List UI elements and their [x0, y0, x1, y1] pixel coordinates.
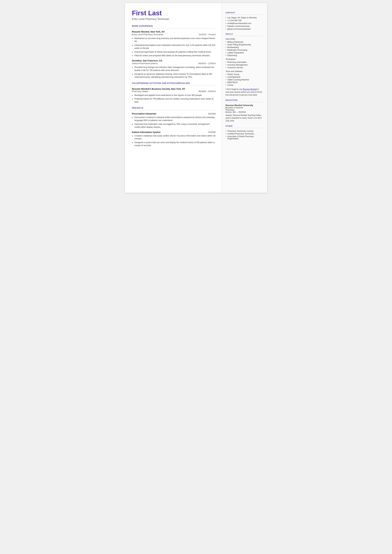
tools-label: Tools and Software: — [226, 70, 263, 72]
other-item-3: Associate of Global Pharmacy Organizatio… — [226, 135, 263, 140]
contact-linkedin: linkedin.com/in/username — [226, 25, 263, 27]
job-2-bullet-2: Designed an electronic database tracking… — [132, 73, 216, 79]
job-1-header: Resume Worded, New York, NY — [132, 30, 216, 33]
job-2: Growthsi, San Francisco, CA Clinical Pha… — [132, 59, 216, 78]
volunteering-divider — [132, 85, 216, 85]
tool-3: Tablet Counting Machine — [226, 79, 263, 81]
project-1-header: Prescription Interpreter 05/2009 — [132, 112, 216, 115]
hard-skill-5: Labels Preparation — [226, 52, 263, 54]
job-1-bullet-2: Interpreted prescriptions and medication… — [132, 44, 216, 50]
contact-header: CONTACT — [226, 12, 263, 14]
volunteer-job-1: Resume Worded's Business Society, New Yo… — [132, 88, 216, 104]
project-2-bullet-2: Designed a system that can store and dis… — [132, 141, 216, 147]
tool-5: Cerner — [226, 84, 263, 86]
work-experience-header: WORK EXPERIENCE — [132, 25, 216, 27]
job-2-title-row: Clinical Pharmacist (Intern) 06/2010 – 1… — [132, 62, 216, 65]
projects-divider — [132, 110, 216, 110]
project-1: Prescription Interpreter 05/2009 Discove… — [132, 112, 216, 129]
work-experience-divider — [132, 28, 216, 28]
resume-worded-link[interactable]: Resume Worded — [243, 88, 257, 90]
job-2-bullets: Provided drug therapy and infection stat… — [132, 66, 216, 78]
project-1-bullet-2: Improved how medication vials are tagged… — [132, 123, 216, 129]
project-2-title: Patient Information System — [132, 131, 161, 133]
job-2-dates: 06/2010 – 12/2014 — [198, 62, 216, 65]
skill-note: • Don't forget to use Resume Worded to s… — [226, 88, 263, 96]
job-1-bullet-3: Examined logs/charts of clients and assi… — [132, 50, 216, 54]
hard-skill-1: Billing (Advanced) — [226, 41, 263, 43]
resume-container: First Last Entry Level Pharmacy Technici… — [125, 3, 267, 193]
volunteer-job-1-bullets: Bandaged and applied local medications t… — [132, 94, 216, 104]
project-2: Patient Information System 04/2009 Creat… — [132, 131, 216, 147]
project-2-bullets: Created a database that easily verifies … — [132, 134, 216, 147]
applicant-name: First Last — [132, 9, 216, 17]
projects-header: PROJECTS — [132, 107, 216, 109]
technique-2: Inventory Management — [226, 64, 263, 66]
project-1-bullet-1: Discovered a method to interpret written… — [132, 116, 216, 122]
job-2-bullet-1: Provided drug therapy and infection stat… — [132, 66, 216, 72]
volunteer-job-1-role: Pharmacy Helper — [132, 90, 148, 92]
project-2-date: 04/2009 — [208, 131, 216, 133]
hard-skill-4: Medication Processing — [226, 49, 263, 51]
education-header: EDUCATION — [226, 99, 263, 101]
tool-4: MEDITECH — [226, 81, 263, 84]
volunteering-header: VOLUNTEERING ACTIVITIES AND EXTRACURRICU… — [132, 82, 216, 84]
project-1-date: 05/2009 — [208, 112, 216, 115]
right-column: CONTACT Las Vegas, NV (Open to Remote) +… — [221, 3, 267, 193]
contact-location: Las Vegas, NV (Open to Remote) — [226, 17, 263, 19]
tool-1: Plastic Scoop — [226, 73, 263, 76]
other-item-1: Pharmacy Technician License. — [226, 130, 263, 132]
contact-email: email@resumeworded.com — [226, 22, 263, 24]
project-2-bullet-1: Created a database that easily verifies … — [132, 134, 216, 140]
left-column: First Last Entry Level Pharmacy Technici… — [125, 3, 221, 193]
edu-field: Pharmacy — [226, 109, 263, 111]
other-item-2: Certified Pharmacy Technician.. — [226, 133, 263, 135]
project-1-title: Prescription Interpreter — [132, 112, 157, 115]
tool-2: smartSpatula® — [226, 76, 263, 78]
hard-skills-label: Hard Skills: — [226, 38, 263, 40]
job-1-bullets: Maintained an accurate drug inventory an… — [132, 37, 216, 57]
volunteer-bullet-2: Published labels for 700 pillboxes and 2… — [132, 98, 216, 104]
job-2-header: Growthsi, San Francisco, CA — [132, 59, 216, 62]
contact-phone: +1-234-456-789 — [226, 19, 263, 22]
technique-1: Pharmacy Automation — [226, 61, 263, 63]
edu-awards: Awards: Resume Worded Teaching Fellow (o… — [226, 114, 263, 122]
other-divider — [226, 128, 263, 128]
job-1-role: Entry Level Pharmacy Technician — [132, 33, 163, 36]
edu-degree: Bachelor of Science — [226, 107, 263, 109]
skills-header: SKILLS — [226, 33, 263, 35]
project-1-bullets: Discovered a method to interpret written… — [132, 116, 216, 129]
volunteer-job-1-dates: 06/2009 – 04/2010 — [198, 90, 216, 92]
edu-location: Boston, MA — 05/2010 — [226, 111, 263, 113]
contact-github: github.com/resumeworded — [226, 28, 263, 30]
hard-skill-3: Bookkeeping — [226, 46, 263, 49]
contact-divider — [226, 14, 263, 15]
edu-school: Resume Worded University — [226, 104, 263, 106]
volunteer-bullet-1: Bandaged and applied local medications t… — [132, 94, 216, 97]
job-2-company: Growthsi, San Francisco, CA — [132, 59, 162, 62]
hard-skill-2: Order Filling (Experienced) — [226, 44, 263, 46]
project-2-header: Patient Information System 04/2009 — [132, 131, 216, 133]
job-1-bullet-1: Maintained an accurate drug inventory an… — [132, 37, 216, 43]
applicant-title: Entry Level Pharmacy Technician — [132, 18, 216, 21]
job-1-dates: 01/2015 – Present — [199, 33, 216, 36]
job-1-company: Resume Worded, New York, NY — [132, 30, 165, 33]
other-header: OTHER — [226, 125, 263, 127]
job-2-role: Clinical Pharmacist (Intern) — [132, 62, 158, 65]
volunteer-job-1-title-row: Pharmacy Helper 06/2009 – 04/2010 — [132, 90, 216, 92]
volunteer-job-1-company: Resume Worded's Business Society, New Yo… — [132, 88, 216, 90]
techniques-label: Techniques: — [226, 58, 263, 60]
technique-3: Customer Service — [226, 66, 263, 69]
job-1: Resume Worded, New York, NY Entry Level … — [132, 30, 216, 57]
hard-skill-6: Dispensing — [226, 54, 263, 56]
job-1-title-row: Entry Level Pharmacy Technician 01/2015 … — [132, 33, 216, 36]
job-1-bullet-4: Filed 5K orders and prepared l900 labels… — [132, 54, 216, 57]
